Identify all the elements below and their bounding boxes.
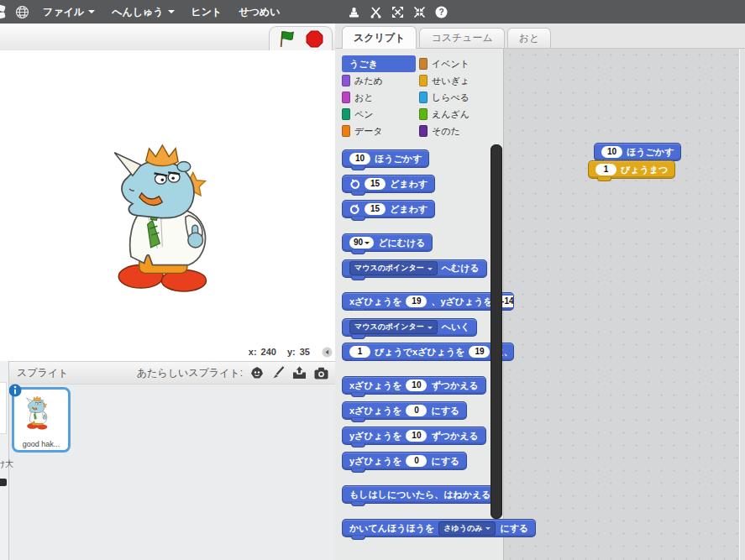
category-item[interactable]: そのた bbox=[419, 123, 493, 139]
category-item[interactable]: えんざん bbox=[419, 106, 493, 123]
palette-block[interactable]: 90どにむける bbox=[342, 233, 433, 252]
shrink-icon[interactable] bbox=[413, 6, 426, 18]
block-help-icon[interactable]: ? bbox=[435, 6, 448, 18]
script-area[interactable]: 10ほうごかす1びょうまつ bbox=[503, 49, 745, 560]
category-color-swatch bbox=[342, 92, 350, 103]
camera-icon[interactable] bbox=[314, 367, 328, 379]
chevron-down-icon bbox=[428, 327, 433, 332]
dropdown[interactable]: マウスのポインター bbox=[349, 320, 438, 334]
stage-header bbox=[0, 24, 335, 51]
palette-block[interactable]: マウスのポインターへいく bbox=[342, 318, 477, 337]
duplicate-icon[interactable] bbox=[348, 6, 360, 18]
palette-block[interactable]: xざひょうを0にする bbox=[342, 401, 467, 420]
block-label: へいく bbox=[442, 321, 470, 333]
number-input[interactable]: 0 bbox=[406, 405, 427, 416]
delete-icon[interactable] bbox=[370, 6, 382, 18]
stop-button[interactable] bbox=[306, 30, 323, 48]
menu-item[interactable]: へんしゅう bbox=[112, 5, 174, 19]
block-label: びょうでxざひょうを bbox=[375, 346, 464, 359]
block-label: にする bbox=[431, 405, 459, 417]
block-label: xざひょうを bbox=[349, 379, 401, 392]
upload-sprite-icon[interactable] bbox=[292, 366, 307, 379]
category-item[interactable]: せいぎょ bbox=[419, 72, 493, 89]
category-item[interactable]: みため bbox=[342, 72, 416, 89]
chevron-down-icon bbox=[365, 242, 370, 247]
block-label: どまわす bbox=[390, 203, 428, 216]
number-input[interactable]: 19 bbox=[469, 346, 490, 358]
category-item[interactable]: うごき bbox=[342, 55, 416, 72]
sprite-info-icon[interactable] bbox=[8, 384, 22, 397]
sprite-list: good hak... bbox=[9, 385, 335, 560]
block-label: どにむける bbox=[378, 237, 425, 249]
block-label: ほうごかす bbox=[627, 146, 674, 159]
coord-y-label: y: bbox=[287, 347, 296, 357]
palette-block[interactable]: yざひょうを10ずつかえる bbox=[342, 427, 486, 445]
grow-icon[interactable] bbox=[391, 6, 404, 18]
script-block[interactable]: 1びょうまつ bbox=[588, 160, 675, 179]
menu-item-label: ヒント bbox=[191, 5, 223, 19]
paint-brush-icon[interactable] bbox=[271, 366, 285, 379]
block-group: かいてんほうほうをさゆうのみにする bbox=[342, 519, 520, 537]
number-input[interactable]: 15 bbox=[365, 203, 386, 215]
number-input[interactable]: 19 bbox=[406, 296, 427, 307]
number-input[interactable]: 10 bbox=[406, 430, 427, 442]
block-label: にする bbox=[500, 522, 528, 535]
new-sprite-label: あたらしいスプライト: bbox=[137, 366, 243, 380]
language-globe-icon[interactable] bbox=[15, 5, 29, 19]
number-input[interactable]: 10 bbox=[349, 153, 370, 165]
category-label: そのた bbox=[432, 125, 460, 138]
sprite-thumbnail[interactable]: good hak... bbox=[12, 387, 71, 453]
palette-block[interactable]: xざひょうを19、yざひょうを-14に bbox=[342, 292, 514, 311]
tab-costumes[interactable]: コスチューム bbox=[419, 28, 504, 48]
chevron-down-icon bbox=[88, 10, 95, 17]
script-block[interactable]: 10ほうごかす bbox=[594, 143, 681, 161]
editor-panel: スクリプトコスチュームおと うごきみためおとペンデータイベントせいぎょしらべるえ… bbox=[335, 24, 745, 560]
number-dropdown[interactable]: 90 bbox=[349, 237, 374, 249]
category-item[interactable]: データ bbox=[342, 123, 416, 139]
category-color-swatch bbox=[419, 58, 428, 70]
green-flag-button[interactable] bbox=[278, 29, 297, 49]
category-color-swatch bbox=[342, 125, 350, 137]
category-item[interactable]: しらべる bbox=[419, 89, 493, 106]
stage-sprite-rhino[interactable] bbox=[109, 139, 250, 296]
number-input[interactable]: 0 bbox=[406, 455, 427, 467]
number-input[interactable]: 10 bbox=[406, 379, 427, 391]
cropped-text-fragment: け大 bbox=[0, 458, 13, 470]
palette-block[interactable]: 15どまわす bbox=[342, 175, 435, 193]
tab-scripts[interactable]: スクリプト bbox=[342, 26, 417, 49]
palette-block[interactable]: かいてんほうほうをさゆうのみにする bbox=[342, 519, 536, 537]
sprite-library-icon[interactable] bbox=[250, 366, 264, 379]
number-input[interactable]: 10 bbox=[601, 146, 622, 158]
palette-block[interactable]: xざひょうを10ずつかえる bbox=[342, 376, 486, 395]
dropdown[interactable]: さゆうのみ bbox=[438, 521, 496, 536]
category-item[interactable]: イベント bbox=[419, 55, 493, 72]
number-input[interactable]: 15 bbox=[365, 178, 386, 190]
stage-controls bbox=[269, 26, 333, 51]
number-input[interactable]: 1 bbox=[349, 346, 370, 358]
palette-block[interactable]: もしはしについたら、はねかえる bbox=[342, 485, 499, 504]
block-label: xざひょうを bbox=[349, 405, 401, 417]
dropdown[interactable]: マウスのポインター bbox=[349, 261, 438, 275]
category-item[interactable]: ペン bbox=[342, 106, 416, 123]
block-label: ずつかえる bbox=[431, 430, 478, 442]
block-label: ほうごかす bbox=[375, 153, 422, 165]
palette-block[interactable]: 15どまわす bbox=[342, 200, 435, 218]
collapse-stage-icon[interactable] bbox=[322, 347, 333, 358]
category-item[interactable]: おと bbox=[342, 89, 416, 106]
tab-sounds[interactable]: おと bbox=[507, 28, 552, 48]
palette-block[interactable]: 1びょうでxざひょうを19に、yざひょうを bbox=[342, 343, 514, 361]
palette-block[interactable]: マウスのポインターへむける bbox=[342, 259, 487, 278]
menu-item[interactable]: ヒント bbox=[191, 5, 223, 19]
palette-scrollbar[interactable] bbox=[491, 144, 502, 519]
menu-item[interactable]: ファイル bbox=[43, 5, 95, 19]
palette-block[interactable]: 10ほうごかす bbox=[342, 149, 429, 168]
category-label: えんざん bbox=[432, 108, 470, 121]
palette-block-row: かいてんほうほうをさゆうのみにする bbox=[342, 519, 520, 537]
sprite-pane-title: スプライト bbox=[17, 366, 68, 380]
block-label: もしはしについたら、はねかえる bbox=[349, 489, 491, 501]
category-color-swatch bbox=[342, 75, 350, 86]
palette-block[interactable]: yざひょうを0にする bbox=[342, 452, 467, 470]
number-input[interactable]: 1 bbox=[595, 164, 616, 175]
coord-x-value: 240 bbox=[261, 347, 276, 357]
menu-item[interactable]: せつめい bbox=[239, 5, 280, 19]
